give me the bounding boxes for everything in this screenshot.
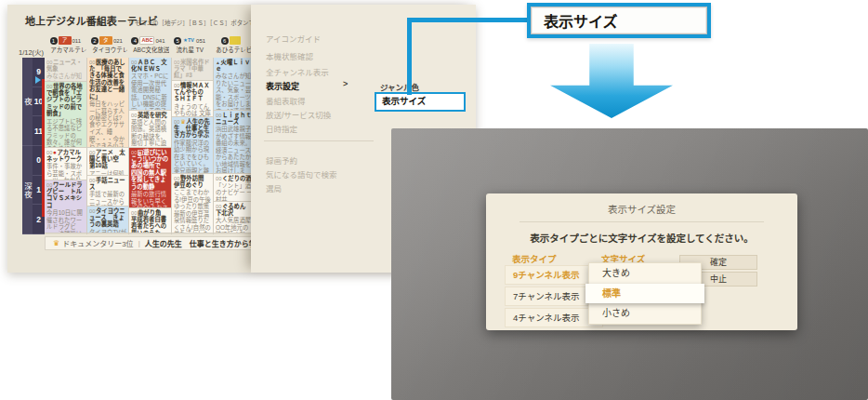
program-title: 00ニュース・気象 [46, 59, 85, 73]
program-cell[interactable]: 00英語を研究英語と人間の関係。英語横断の秘訣を、懇切丁寧に迫ってみます。 [129, 111, 171, 148]
menu-item-6[interactable]: 日時指定 [266, 123, 297, 134]
program-cell[interactable]: 00Ｌｉｇｈｔニュース浜田武雄親子がめざす情報番組の未来。経済ニュースからあたた… [214, 111, 252, 174]
channel-name: あひるテレビ [217, 46, 246, 54]
epg-grid: 00ニュース・気象みなさんが知りたいニュース・気象情報・交通00世界の各地で朝食… [45, 58, 252, 234]
callout-label: 表示サイズ [531, 7, 707, 34]
program-description: みなさんが知りたいニュース、気象・芸能・スポーツをお届けします。18連世界の瞬間… [216, 73, 252, 111]
font-size-option[interactable]: 大きめ [589, 264, 701, 283]
program-title: 00ぐるめん 下北沢 [216, 203, 252, 217]
program-cell[interactable]: 00●アカマルネットワーク事件・事故から芸能・スポーツ、わかりやすく [45, 148, 86, 180]
program-content: 00ＡＢＣ 文化ＮＥＷＳスマホ・PCに使用一次世代電池開発秘話。DNSに新しい機… [131, 59, 169, 111]
program-content: 00アニメ 太陽と青い空 第10話アニーは何処へ行ったのか? [89, 149, 127, 176]
tri-icon: ▲ [216, 60, 220, 64]
program-cell[interactable]: 00手話ニュース手話で最新のニュースから気象情報・交通情報までお伝 [87, 176, 129, 207]
program-cell[interactable]: ▲火曜Ｌｉｖｅみなさんが知りたいニュース、気象・芸能・スポーツをお届けします。1… [214, 58, 252, 111]
time-band-label: 夜 [22, 58, 33, 146]
channel-header-line: 4ABC041 [127, 35, 169, 46]
program-cell[interactable]: 00世界の各地で朝食を「エジプトのピラミッドの前で朝食」エジプトに残る不思議なピ… [45, 82, 86, 148]
program-minute: 00 [131, 210, 137, 216]
channel-code: 021 [113, 38, 123, 44]
channel-code: 041 [155, 38, 164, 44]
font-size-dropdown: 大きめ標準小さめ [588, 262, 702, 325]
program-minute: 00 [216, 204, 221, 209]
program-cell[interactable]: 00新遊びにいこう!いつかのあの場所で 四国の無人駅を探してきょうの動静最新の旅… [129, 148, 171, 208]
callout-connector-horizontal [407, 18, 530, 22]
submenu-item-display-size[interactable]: 表示サイズ [375, 92, 466, 112]
program-cell[interactable]: 00ニュース・気象みなさんが知りたいニュース・気象情報・交通 [45, 58, 86, 82]
channel-number-badge: 4 [131, 37, 138, 45]
program-title: 00●アカマルネットワーク [46, 149, 85, 163]
program-cell[interactable]: 00米国名作ドラマ「中華紅」#320世紀初頭の [172, 58, 214, 81]
menu-item-8[interactable]: 気になる語句で検索 [266, 168, 337, 180]
program-description: 今月10日に開催されたワールドラグビー。決勝戦はお互い1歩も譲らない激しい展開。… [46, 210, 85, 233]
program-minute: 00 [174, 83, 179, 88]
menu-item-0[interactable]: アイコンガイド [266, 33, 321, 44]
channel-number-badge: 2 [91, 37, 99, 45]
font-size-option[interactable]: 小さめ [589, 304, 701, 323]
menu-item-5[interactable]: 放送/サービス切換 [266, 109, 331, 120]
program-title: 00英語を研究 [131, 112, 169, 118]
program-description: 作家藤沢洋の幼少期から現在までをひもといていく。実兄両親と離れて育った洋少年。祖… [174, 140, 212, 174]
program-cell[interactable]: 00情報ＭＡＸてんやもの ＳＨＩＦＴきょうのてんやものは 文庫アタ [172, 81, 214, 117]
channel-column: 00ＡＢＣ 文化ＮＥＷＳスマホ・PCに使用一次世代電池開発秘話。DNSに新しい機… [129, 58, 172, 234]
program-minute: 00 [89, 178, 95, 183]
program-minute: 00 [174, 60, 179, 65]
program-content: 00英語を研究英語と人間の関係。英語横断の秘訣を、懇切丁寧に迫ってみます。 [131, 112, 169, 148]
channel-logo-icon: タ [99, 36, 112, 45]
program-title: 00米国名作ドラマ「中華紅」#3 [174, 59, 212, 79]
channel-name: 流れ星 TV [175, 46, 204, 54]
crown-icon: ♛ [53, 239, 59, 247]
menu-item-4[interactable]: 番組表取得 [266, 95, 306, 106]
program-content: 00世界の各地で朝食を「エジプトのピラミッドの前で朝食」エジプトに残る不思議なピ… [46, 83, 85, 148]
channel-name: アカマルテレビ [50, 46, 80, 54]
footer-rank: ドキュメンタリー3位 [62, 238, 133, 248]
dialog-title: 表示サイズ設定 [486, 202, 797, 216]
dialog-divider [519, 221, 764, 222]
program-cell[interactable]: 00くだりの酒「ソント」酒のナビゲー 一 村井 [214, 174, 252, 202]
channel-code: 051 [196, 38, 205, 44]
submenu-item-genre-color[interactable]: ジャンル色 [380, 81, 419, 92]
program-title: 00曲がり角 平成若者白書 若者たちへの思いのうた [131, 209, 169, 233]
program-cell[interactable]: 00ぐるめん 下北沢大人気居酒屋OO年地元の味で続くお [214, 202, 252, 233]
program-minute: 00 [216, 113, 221, 118]
channel-header: 2タ021タイヨウテレビ [86, 35, 128, 56]
program-minute: 00 [131, 150, 137, 155]
channel-name: タイヨウテレビ [92, 46, 122, 54]
menu-divider [264, 140, 374, 141]
program-cell[interactable]: 00曲がり角 平成若者白書 若者たちへの思いのうた若者たちがいま [129, 208, 171, 233]
program-cell[interactable]: 00ワールドラグビー トルコＶＳメキシコ今月10日に開催されたワールドラグビー。… [45, 180, 86, 233]
menu-item-7[interactable]: 録画予約 [266, 154, 297, 166]
menu-item-9[interactable]: 選局 [266, 182, 282, 193]
program-description: みなさんが知りたいニュース・気象情報・交通 [46, 73, 85, 82]
program-cell[interactable]: 00♛人生の先生 仕事と生き方から学ぶ作家藤沢洋の幼少期から現在までをひもといて… [172, 117, 214, 174]
program-cell[interactable]: 00アニメ 太陽と青い空 第10話アニーは何処へ行ったのか? [87, 148, 129, 176]
menu-item-2[interactable]: 全チャンネル表示 [266, 66, 329, 77]
channel-header: 1ア011アカマルテレビ [45, 35, 86, 56]
chevron-right-icon: > [343, 79, 348, 88]
program-title: ▲火曜Ｌｉｖｅ [216, 59, 252, 73]
dialog-instruction: 表示タイプごとに文字サイズを設定してください。 [486, 231, 797, 245]
footer-program-title: 人生の先生 仕事と生き方から学ぶ [145, 238, 252, 248]
program-content: 00医療のあした 「毎日できる体操と食生活の改善をお友達と一緒に」毎日をハッピー… [89, 59, 127, 148]
program-content: 00●アカマルネットワーク事件・事故から芸能・スポーツ、わかりやすく [46, 149, 85, 180]
program-content: 00曲がり角 平成若者白書 若者たちへの思いのうた若者たちがいま [131, 209, 169, 233]
program-description: きょうのてんやものは 文庫アタ [174, 103, 212, 117]
program-cell[interactable]: 00ＡＢＣ 文化ＮＥＷＳスマホ・PCに使用一次世代電池開発秘話。DNSに新しい機… [129, 58, 171, 111]
program-cell[interactable]: 00野外訪問 伊豆めぐりここまでわかる!伊豆の午後ゆったり散策 最新の伊豆温泉情… [172, 174, 214, 233]
font-size-option[interactable]: 標準 [585, 284, 704, 303]
program-cell[interactable]: 00タイヨウニュース きょうの裏英語タイヨウTVが独自の視点でお届 [87, 207, 129, 233]
channel-header-line: 2タ021 [86, 35, 128, 46]
program-description: 事件・事故から芸能・スポーツ、わかりやすく [46, 164, 85, 180]
program-content: 00手話ニュース手話で最新のニュースから気象情報・交通情報までお伝 [89, 177, 127, 207]
channel-header: 6あひるテレビ [210, 35, 252, 56]
program-content: ▲火曜Ｌｉｖｅみなさんが知りたいニュース、気象・芸能・スポーツをお届けします。1… [216, 59, 252, 111]
menu-item-3[interactable]: 表示設定 [266, 80, 299, 92]
tv-screen: 表示サイズ設定 表示タイプごとに文字サイズを設定してください。 表示タイプ 文字… [391, 128, 868, 400]
arrow-down-icon [550, 44, 673, 118]
menu-item-1[interactable]: 本機状態確認 [266, 50, 313, 61]
program-cell[interactable]: 00医療のあした 「毎日できる体操と食生活の改善をお友達と一緒に」毎日をハッピー… [87, 58, 129, 148]
program-minute: 00 [46, 150, 52, 155]
channel-name: ABC文化放送 [133, 46, 163, 54]
channel-number-badge: 6 [221, 37, 229, 45]
program-content: 00ワールドラグビー トルコＶＳメキシコ今月10日に開催されたワールドラグビー。… [46, 181, 85, 233]
